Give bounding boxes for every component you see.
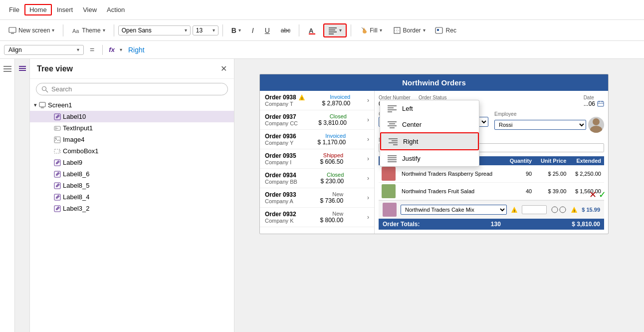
layers-panel[interactable]: [15, 59, 30, 332]
nw-row-0938[interactable]: Order 0938 ! Company T Invoiced $ 2,870.…: [260, 91, 374, 110]
dropdown-item-left[interactable]: Left: [380, 100, 479, 116]
theme-button[interactable]: Aa Theme ▾: [67, 24, 109, 37]
footer-product-thumb: [383, 203, 397, 217]
italic-button[interactable]: I: [247, 24, 258, 37]
close-icon[interactable]: ✕: [589, 189, 597, 200]
sidebar-toggle[interactable]: [0, 59, 15, 332]
tree-item-label-screen1: Screen1: [48, 101, 230, 109]
formula-dropdown[interactable]: Align ▾: [4, 45, 84, 55]
tree-item-textinput1[interactable]: TextInput1: [30, 122, 234, 134]
align-left-icon: [387, 104, 397, 112]
bold-chevron: ▾: [238, 27, 241, 33]
tree-item-label3-2[interactable]: Label3_2: [30, 203, 234, 214]
nw-row-0932[interactable]: Order 0932 Company K New $ 800.00 ›: [260, 208, 374, 227]
footer-controls: [551, 206, 567, 214]
row-chevron-0932: ›: [367, 214, 369, 221]
row-chevron-0937: ›: [367, 116, 369, 123]
product-thumb-1: [382, 184, 396, 198]
col-extended: Extended: [569, 156, 604, 165]
border-chevron: ▾: [423, 27, 426, 33]
expand-screen1[interactable]: ▾: [34, 102, 37, 108]
tree-item-combobox1[interactable]: ComboBox1: [30, 145, 234, 157]
label8-4-icon: [54, 194, 61, 201]
separator-4: [299, 24, 299, 36]
align-chevron: ▾: [339, 27, 342, 33]
tree-item-label-label3-2: Label3_2: [63, 205, 230, 212]
tree-item-label9[interactable]: Label9: [30, 157, 234, 168]
align-justify-icon: [387, 154, 397, 162]
nw-row-0934[interactable]: Order 0934 Company BB Closed $ 230.00 ›: [260, 169, 374, 188]
search-input[interactable]: [51, 85, 222, 93]
row-chevron-0934: ›: [367, 175, 369, 182]
tree-item-label-combobox1: ComboBox1: [63, 147, 230, 155]
footer-warning-icon-2: !: [571, 206, 578, 213]
fx-chevron: ▾: [120, 47, 122, 52]
menu-file[interactable]: File: [4, 4, 24, 15]
nw-row-0935[interactable]: Order 0935 Company I Shipped $ 606.50 ›: [260, 149, 374, 169]
underline-button[interactable]: U: [260, 24, 274, 37]
new-screen-icon: [8, 26, 16, 34]
align-right-icon: [388, 137, 398, 145]
font-color-button[interactable]: A: [303, 23, 321, 37]
svg-line-21: [46, 90, 48, 92]
menu-view[interactable]: View: [78, 4, 102, 15]
font-family-chevron: ▾: [185, 27, 187, 33]
menu-action[interactable]: Action: [102, 4, 130, 15]
theme-icon: Aa: [72, 26, 80, 34]
menu-insert[interactable]: Insert: [52, 4, 78, 15]
new-screen-button[interactable]: New screen ▾: [4, 24, 59, 37]
tree-title: Tree view: [37, 64, 73, 73]
border-button[interactable]: Border ▾: [389, 24, 430, 37]
tree-panel: Tree view ✕ ▾ Screen1: [30, 59, 234, 332]
font-size-select[interactable]: 13 ▾: [193, 25, 218, 35]
image-icon: [54, 136, 61, 143]
align-button[interactable]: ▾: [323, 23, 347, 37]
tree-item-label8-5[interactable]: Label8_5: [30, 180, 234, 191]
employee-select[interactable]: Rossi: [494, 120, 586, 130]
tree-item-label8-4[interactable]: Label8_4: [30, 191, 234, 203]
svg-point-29: [55, 137, 57, 139]
dropdown-item-center[interactable]: Center: [380, 116, 479, 132]
fill-button[interactable]: Fill ▾: [355, 24, 386, 37]
tree-item-screen1[interactable]: ▾ Screen1: [30, 99, 234, 111]
rec-button[interactable]: Rec: [432, 24, 459, 36]
tree-close-button[interactable]: ✕: [220, 64, 227, 73]
tree-item-label-textinput1: TextInput1: [63, 124, 230, 132]
svg-point-20: [42, 86, 46, 90]
font-family-select[interactable]: Open Sans ▾: [118, 25, 191, 35]
nw-header: Northwind Orders: [260, 74, 608, 91]
nw-row-0936[interactable]: Order 0936 Company Y Invoiced $ 1,170.00…: [260, 130, 374, 149]
textinput-icon: [54, 125, 61, 132]
strikethrough-button[interactable]: abc: [276, 24, 295, 36]
fx-label: fx: [109, 46, 115, 53]
nw-row-0933[interactable]: Order 0933 Company A New $ 736.00 ›: [260, 188, 374, 208]
svg-point-44: [593, 118, 600, 125]
menu-home[interactable]: Home: [24, 4, 52, 15]
search-icon: [41, 86, 48, 93]
fill-chevron: ▾: [380, 27, 382, 33]
dropdown-item-right[interactable]: Right: [380, 132, 479, 150]
tree-item-image4[interactable]: Image4: [30, 134, 234, 145]
check-icon[interactable]: ✓: [599, 189, 606, 200]
tree-item-label-label9: Label9: [63, 159, 230, 166]
col-unit-price: Unit Price: [535, 156, 569, 165]
nw-row-0937[interactable]: Order 0937 Company CC Closed $ 3,810.00 …: [260, 110, 374, 130]
product-row-0[interactable]: Northwind Traders Raspberry Spread 90 $ …: [379, 165, 604, 183]
svg-rect-28: [54, 137, 60, 143]
layers-icon: [18, 64, 27, 73]
separator-5: [351, 24, 351, 36]
footer-product-select[interactable]: Northwind Traders Cake Mix: [401, 205, 507, 215]
label9-icon: [54, 159, 61, 166]
row-chevron-0936: ›: [367, 136, 369, 143]
font-color-icon: A: [308, 26, 317, 35]
footer-qty-input[interactable]: [522, 205, 547, 214]
employee-avatar: [588, 117, 604, 133]
tree-item-label10[interactable]: Label10: [30, 111, 234, 122]
bold-button[interactable]: B ▾: [227, 24, 245, 37]
product-thumb-0: [382, 167, 396, 181]
product-row-1[interactable]: Northwind Traders Fruit Salad 40 $ 39.00…: [379, 183, 604, 200]
dropdown-item-justify[interactable]: Justify: [380, 150, 479, 166]
canvas-area: Northwind Orders ✕ ✓ Order 0938: [234, 59, 644, 332]
rec-icon: [435, 26, 445, 34]
tree-item-label8-6[interactable]: Label8_6: [30, 168, 234, 180]
